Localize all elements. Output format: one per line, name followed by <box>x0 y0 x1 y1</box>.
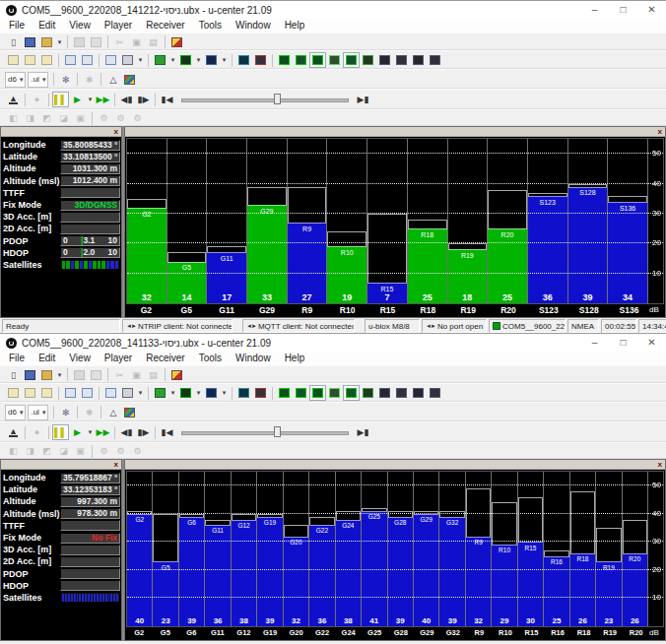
menu-tools[interactable]: Tools <box>192 352 229 365</box>
panel-close-icon[interactable]: x <box>655 461 665 469</box>
play-button[interactable]: ▶ <box>69 424 86 440</box>
ubx-message-button[interactable] <box>168 34 185 50</box>
step-forward-button[interactable]: ▮▶ <box>135 424 152 440</box>
configure-view-button[interactable] <box>326 385 343 401</box>
waypoint-button[interactable]: △ <box>104 72 121 88</box>
status-elapsed-time[interactable]: 00:02:55 <box>601 319 636 333</box>
new-view-button[interactable] <box>102 52 119 68</box>
message-view-button[interactable] <box>293 52 309 68</box>
save-file-button[interactable] <box>22 367 38 383</box>
docking-window-button[interactable] <box>393 385 410 401</box>
ubx-message-button[interactable] <box>168 367 185 383</box>
play-speed-caret[interactable]: ▾ <box>86 424 95 440</box>
jump-end-button[interactable]: ▶▮ <box>355 92 371 107</box>
open-file-caret[interactable]: ▾ <box>55 34 64 50</box>
units-format-dropdown[interactable]: .ul▾ <box>28 72 48 88</box>
pause-button[interactable]: ▌▌ <box>52 92 69 107</box>
play-speed-caret[interactable]: ▾ <box>86 92 95 107</box>
tile-horizontal-button[interactable] <box>62 52 79 68</box>
step-back-button[interactable]: ◀▮ <box>118 424 135 440</box>
sky-view-button[interactable] <box>360 385 376 401</box>
chart-view-caret[interactable]: ▾ <box>220 385 229 401</box>
text-console-2-button[interactable] <box>309 385 326 401</box>
messages-view-button[interactable] <box>343 385 360 401</box>
messages-view-button[interactable] <box>343 52 360 68</box>
chart-view-caret[interactable]: ▾ <box>220 52 229 68</box>
step-back-button[interactable]: ◀▮ <box>118 92 135 107</box>
google-earth-button[interactable] <box>152 385 168 401</box>
menu-view[interactable]: View <box>62 352 98 365</box>
menu-help[interactable]: Help <box>278 19 312 32</box>
status-clock[interactable]: 14:34:42 <box>638 319 666 333</box>
slider-thumb[interactable] <box>274 94 281 104</box>
google-earth-caret[interactable]: ▾ <box>168 52 177 68</box>
window-titlebar[interactable]: COM5__9600_220208_141212-ניסוי.ubx - u-c… <box>0 1 666 19</box>
text-console-button[interactable] <box>5 52 22 68</box>
camera-view-button[interactable] <box>410 52 427 68</box>
window-titlebar[interactable]: COM5__9600_220208_141133-ניסוי.ubx - u-c… <box>0 334 666 352</box>
slider-thumb[interactable] <box>274 426 281 437</box>
statistic-view-button[interactable] <box>252 385 269 401</box>
binary-console-button[interactable] <box>22 385 38 401</box>
menu-edit[interactable]: Edit <box>32 19 62 32</box>
map-view-button[interactable] <box>177 385 194 401</box>
google-earth-button[interactable] <box>152 52 168 68</box>
close-button[interactable]: ✕ <box>637 334 666 352</box>
color-settings-button[interactable] <box>121 72 138 88</box>
map-view-button[interactable] <box>177 52 194 68</box>
status-logfile[interactable]: COM5__9600_2202 <box>489 319 566 333</box>
camera-view-button[interactable] <box>410 385 427 401</box>
new-file-button[interactable]: ▯ <box>5 34 22 50</box>
tile-vertical-button[interactable] <box>79 52 96 68</box>
data-view-panel-header[interactable]: x <box>1 460 121 470</box>
ubx-console-button[interactable] <box>38 385 55 401</box>
menu-receiver[interactable]: Receiver <box>139 19 191 32</box>
menu-player[interactable]: Player <box>98 352 139 365</box>
eject-button[interactable]: ▲ <box>5 92 22 107</box>
message-view-button[interactable] <box>293 385 309 401</box>
panel-close-icon[interactable]: x <box>655 128 665 136</box>
satellite-level-panel-header[interactable]: x <box>125 127 665 137</box>
open-file-button[interactable] <box>38 367 55 383</box>
maximize-button[interactable]: □ <box>609 1 637 19</box>
views-list-button[interactable] <box>119 385 136 401</box>
jump-begin-button[interactable]: ▮◀ <box>159 424 175 440</box>
waypoint-button[interactable]: △ <box>104 405 121 420</box>
degrees-format-dropdown[interactable]: d6▾ <box>5 405 26 420</box>
table-view-button[interactable] <box>235 52 252 68</box>
menu-file[interactable]: File <box>2 19 32 32</box>
minimize-button[interactable]: – <box>580 1 609 19</box>
binary-console-button[interactable] <box>22 52 38 68</box>
deviation-map-button[interactable] <box>376 385 393 401</box>
new-view-button[interactable] <box>102 385 119 401</box>
menu-receiver[interactable]: Receiver <box>139 352 191 365</box>
open-file-caret[interactable]: ▾ <box>55 367 64 383</box>
configure-view-button[interactable] <box>326 52 343 68</box>
fast-forward-button[interactable]: ▶▶ <box>95 92 111 107</box>
menu-edit[interactable]: Edit <box>32 352 62 365</box>
open-file-button[interactable] <box>38 34 55 50</box>
degrees-format-dropdown[interactable]: d6▾ <box>5 72 26 88</box>
magic-wand-button[interactable]: ✻ <box>57 405 74 420</box>
docking-window-button[interactable] <box>393 52 410 68</box>
save-file-button[interactable] <box>22 34 38 50</box>
minimize-button[interactable]: – <box>580 334 609 352</box>
table-view-button[interactable] <box>235 385 252 401</box>
menu-file[interactable]: File <box>2 352 32 365</box>
tile-horizontal-button[interactable] <box>62 385 79 401</box>
fullscreen-button[interactable] <box>427 52 443 68</box>
text-console-2-button[interactable] <box>309 52 326 68</box>
maximize-button[interactable]: □ <box>609 334 637 352</box>
data-view-panel-header[interactable]: x <box>1 127 121 137</box>
eject-button[interactable]: ▲ <box>5 424 22 440</box>
packet-console-button[interactable] <box>276 385 293 401</box>
menu-player[interactable]: Player <box>98 19 139 32</box>
menu-window[interactable]: Window <box>229 352 278 365</box>
views-list-caret[interactable]: ▾ <box>136 52 145 68</box>
jump-begin-button[interactable]: ▮◀ <box>159 92 175 107</box>
views-list-button[interactable] <box>119 52 136 68</box>
statistic-view-button[interactable] <box>252 52 269 68</box>
deviation-map-button[interactable] <box>376 52 393 68</box>
text-console-button[interactable] <box>5 385 22 401</box>
menu-window[interactable]: Window <box>229 19 278 32</box>
